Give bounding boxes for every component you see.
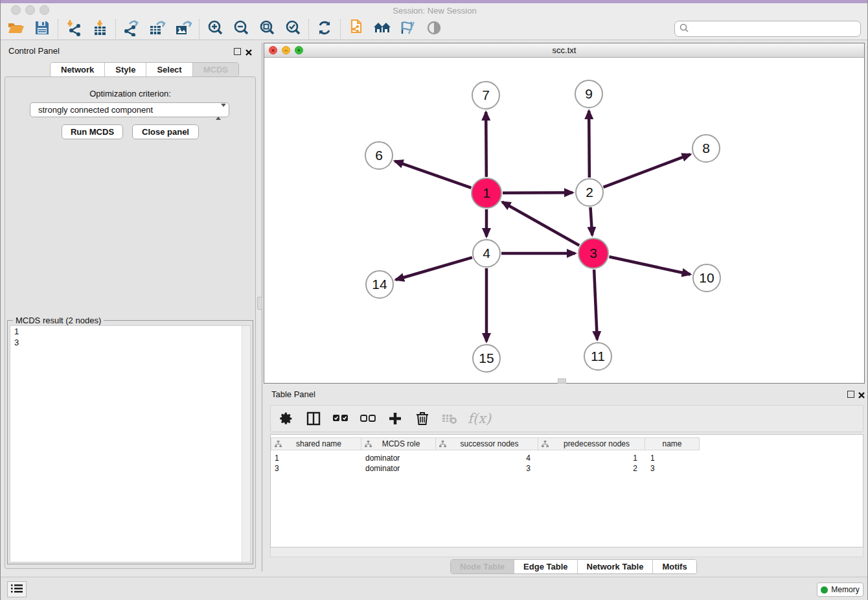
table-panel-close-icon[interactable] [858, 390, 865, 402]
app-titlebar[interactable]: Session: New Session [1, 3, 868, 18]
memory-button[interactable]: Memory [817, 583, 863, 597]
column-header-successor-nodes[interactable]: successor nodes [436, 437, 538, 450]
network-close-icon[interactable]: × [269, 46, 277, 54]
table-panel-title: Table Panel [271, 389, 315, 399]
graph-edge-1-7[interactable] [486, 112, 486, 177]
control-panel-close-icon[interactable] [245, 47, 253, 59]
result-scrollbar[interactable] [242, 326, 250, 562]
tab-motifs[interactable]: Motifs [653, 560, 696, 573]
cell-successor-nodes: 3 [436, 463, 538, 474]
minimize-traffic-light-icon[interactable] [25, 5, 35, 15]
zoom-out-icon [233, 19, 249, 39]
node-table[interactable]: shared name MCDS role successor nodes pr… [270, 434, 863, 548]
control-panel-float-icon[interactable] [234, 48, 241, 55]
graph-node-3[interactable]: 3 [578, 238, 609, 269]
column-header-predecessor-nodes[interactable]: predecessor nodes [538, 437, 645, 450]
function-builder-icon[interactable]: f(x) [468, 411, 491, 426]
graph-node-7[interactable]: 7 [472, 81, 500, 110]
close-panel-button[interactable]: Close panel [132, 124, 199, 139]
export-network-icon [123, 19, 140, 39]
column-header-name[interactable]: name [645, 437, 700, 450]
export-image-button[interactable] [170, 19, 196, 40]
search-icon [679, 23, 689, 36]
tab-network[interactable]: Network [51, 63, 105, 76]
trash-icon[interactable] [413, 409, 431, 428]
graph-node-10[interactable]: 10 [692, 264, 721, 292]
tab-network-table[interactable]: Network Table [578, 560, 654, 573]
zoom-in-button[interactable] [202, 19, 228, 40]
zoom-selected-button[interactable] [280, 19, 306, 40]
tab-edge-table[interactable]: Edge Table [514, 560, 577, 573]
graph-edge-4-14[interactable] [396, 257, 472, 279]
delete-table-icon[interactable] [440, 409, 459, 428]
show-graphics-details-button[interactable] [395, 19, 421, 40]
graph-node-9[interactable]: 9 [575, 80, 603, 108]
graph-node-15[interactable]: 15 [472, 344, 501, 373]
duplicate-network-icon [348, 19, 365, 40]
tab-style[interactable]: Style [105, 63, 146, 76]
network-maximize-icon[interactable]: + [295, 46, 303, 54]
graph-node-14[interactable]: 14 [365, 270, 394, 299]
graph-edge-3-1[interactable] [502, 202, 579, 246]
mcds-result-textarea[interactable]: 1 3 [10, 325, 251, 562]
graph-edge-3-11[interactable] [594, 270, 597, 340]
close-traffic-light-icon[interactable] [11, 5, 21, 15]
combo-stepper-icon [216, 105, 223, 115]
tab-node-table[interactable]: Node Table [451, 560, 514, 573]
import-network-button[interactable] [61, 19, 87, 40]
table-row[interactable]: 1 dominator 4 1 1 [271, 453, 706, 463]
bird-eye-view-button[interactable] [421, 19, 447, 40]
deselect-all-icon[interactable] [359, 409, 377, 428]
first-neighbors-button[interactable] [369, 19, 395, 40]
horizontal-split-handle[interactable] [558, 378, 566, 384]
select-all-icon[interactable] [332, 409, 350, 428]
graph-edge-2-8[interactable] [604, 154, 691, 187]
import-table-button[interactable] [87, 19, 113, 40]
optimization-criterion-select[interactable]: strongly connected component [30, 102, 229, 117]
graph-edge-3-10[interactable] [609, 257, 690, 274]
memory-status-icon [821, 586, 828, 594]
network-window-titlebar[interactable]: × − + scc.txt [264, 43, 864, 58]
columns-icon[interactable] [304, 409, 323, 428]
save-floppy-icon [35, 21, 49, 38]
open-session-button[interactable] [3, 19, 29, 40]
graph-node-2[interactable]: 2 [575, 178, 604, 207]
column-header-shared-name[interactable]: shared name [271, 437, 361, 450]
graph-node-6[interactable]: 6 [365, 141, 393, 170]
zoom-fit-button[interactable] [254, 19, 280, 40]
graph-node-11[interactable]: 11 [584, 342, 612, 371]
search-input[interactable] [689, 21, 860, 36]
network-canvas[interactable]: 7968124314101511 [264, 58, 864, 383]
graph-node-4[interactable]: 4 [472, 239, 501, 268]
table-row[interactable]: 3 dominator 3 2 3 [271, 463, 706, 474]
export-table-button[interactable] [144, 19, 170, 40]
vertical-split-handle[interactable] [257, 297, 262, 310]
export-network-button[interactable] [119, 19, 144, 40]
graph-node-8[interactable]: 8 [692, 134, 720, 163]
add-row-icon[interactable] [386, 409, 404, 428]
gear-icon[interactable] [277, 409, 295, 428]
graph-edge-1-6[interactable] [395, 161, 472, 188]
run-mcds-button[interactable]: Run MCDS [62, 124, 123, 139]
hierarchy-icon [275, 441, 282, 448]
maximize-traffic-light-icon[interactable] [40, 5, 49, 15]
column-header-mcds-role[interactable]: MCDS role [361, 437, 436, 450]
graph-node-1[interactable]: 1 [471, 178, 502, 209]
graph-edge-2-9[interactable] [589, 111, 589, 178]
tab-mcds[interactable]: MCDS [193, 63, 238, 76]
save-session-button[interactable] [29, 19, 55, 40]
show-panels-button[interactable] [7, 581, 27, 597]
network-from-selection-button[interactable] [343, 19, 369, 40]
graph-edge-2-3[interactable] [590, 207, 592, 235]
network-minimize-icon[interactable]: − [282, 46, 290, 54]
table-panel-float-icon[interactable] [847, 391, 854, 398]
houses-icon [372, 21, 392, 38]
eye-icon [426, 20, 442, 38]
zoom-out-button[interactable] [228, 19, 254, 40]
apply-layout-button[interactable] [312, 19, 337, 40]
table-horizontal-scrollbar[interactable] [270, 548, 863, 557]
network-window[interactable]: × − + scc.txt 7968124314101511 [264, 43, 865, 384]
graph-edge-1-2[interactable] [503, 192, 573, 193]
tab-select[interactable]: Select [146, 63, 192, 76]
search-field[interactable] [674, 21, 861, 37]
